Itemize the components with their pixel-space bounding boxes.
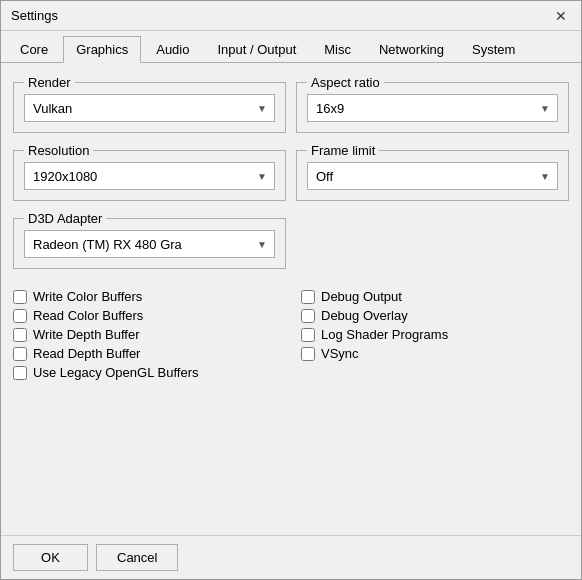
content-area: Render Vulkan OpenGL DirectX 12 Aspect r… xyxy=(1,63,581,535)
tab-core[interactable]: Core xyxy=(7,36,61,63)
aspect-ratio-legend: Aspect ratio xyxy=(307,75,384,90)
d3d-adapter-select-wrap: Radeon (TM) RX 480 Gra xyxy=(24,230,275,258)
tab-graphics[interactable]: Graphics xyxy=(63,36,141,63)
render-aspect-row: Render Vulkan OpenGL DirectX 12 Aspect r… xyxy=(13,75,569,143)
checkbox-vsync-label: VSync xyxy=(321,346,359,361)
render-select[interactable]: Vulkan OpenGL DirectX 12 xyxy=(24,94,275,122)
checkbox-debug-overlay[interactable]: Debug Overlay xyxy=(301,306,569,325)
checkbox-debug-overlay-input[interactable] xyxy=(301,309,315,323)
resolution-legend: Resolution xyxy=(24,143,93,158)
checkbox-debug-overlay-label: Debug Overlay xyxy=(321,308,408,323)
checkboxes-right: Debug Output Debug Overlay Log Shader Pr… xyxy=(301,287,569,382)
tab-system[interactable]: System xyxy=(459,36,528,63)
frame-limit-legend: Frame limit xyxy=(307,143,379,158)
frame-limit-fieldset: Frame limit Off 30 60 120 xyxy=(296,143,569,201)
footer: OK Cancel xyxy=(1,535,581,579)
frame-limit-select-wrap: Off 30 60 120 xyxy=(307,162,558,190)
checkbox-read-depth-buffer[interactable]: Read Depth Buffer xyxy=(13,344,281,363)
checkbox-write-color-buffers-label: Write Color Buffers xyxy=(33,289,142,304)
title-bar: Settings ✕ xyxy=(1,1,581,31)
checkbox-log-shader-programs-label: Log Shader Programs xyxy=(321,327,448,342)
d3d-adapter-legend: D3D Adapter xyxy=(24,211,106,226)
d3d-adapter-fieldset: D3D Adapter Radeon (TM) RX 480 Gra xyxy=(13,211,286,269)
render-select-wrap: Vulkan OpenGL DirectX 12 xyxy=(24,94,275,122)
checkbox-write-color-buffers-input[interactable] xyxy=(13,290,27,304)
frame-limit-select[interactable]: Off 30 60 120 xyxy=(307,162,558,190)
checkbox-read-depth-buffer-input[interactable] xyxy=(13,347,27,361)
checkboxes-left: Write Color Buffers Read Color Buffers W… xyxy=(13,287,281,382)
window-title: Settings xyxy=(11,8,58,23)
resolution-framelimit-row: Resolution 1920x1080 1280x720 3840x2160 … xyxy=(13,143,569,211)
d3d-row: D3D Adapter Radeon (TM) RX 480 Gra xyxy=(13,211,569,279)
d3d-spacer xyxy=(296,211,569,279)
checkbox-read-depth-buffer-label: Read Depth Buffer xyxy=(33,346,140,361)
tab-misc[interactable]: Misc xyxy=(311,36,364,63)
render-legend: Render xyxy=(24,75,75,90)
d3d-adapter-select[interactable]: Radeon (TM) RX 480 Gra xyxy=(24,230,275,258)
tab-networking[interactable]: Networking xyxy=(366,36,457,63)
resolution-select[interactable]: 1920x1080 1280x720 3840x2160 xyxy=(24,162,275,190)
aspect-ratio-fieldset: Aspect ratio 16x9 4x3 Auto xyxy=(296,75,569,133)
aspect-ratio-select[interactable]: 16x9 4x3 Auto xyxy=(307,94,558,122)
checkbox-use-legacy-opengl-buffers[interactable]: Use Legacy OpenGL Buffers xyxy=(13,363,281,382)
checkbox-read-color-buffers-label: Read Color Buffers xyxy=(33,308,143,323)
aspect-ratio-select-wrap: 16x9 4x3 Auto xyxy=(307,94,558,122)
close-button[interactable]: ✕ xyxy=(551,6,571,26)
checkbox-log-shader-programs[interactable]: Log Shader Programs xyxy=(301,325,569,344)
resolution-fieldset: Resolution 1920x1080 1280x720 3840x2160 xyxy=(13,143,286,201)
render-fieldset: Render Vulkan OpenGL DirectX 12 xyxy=(13,75,286,133)
checkbox-use-legacy-opengl-buffers-input[interactable] xyxy=(13,366,27,380)
settings-window: Settings ✕ Core Graphics Audio Input / O… xyxy=(0,0,582,580)
checkbox-write-depth-buffer[interactable]: Write Depth Buffer xyxy=(13,325,281,344)
checkbox-log-shader-programs-input[interactable] xyxy=(301,328,315,342)
checkbox-debug-output-label: Debug Output xyxy=(321,289,402,304)
checkbox-read-color-buffers-input[interactable] xyxy=(13,309,27,323)
checkbox-vsync[interactable]: VSync xyxy=(301,344,569,363)
checkbox-vsync-input[interactable] xyxy=(301,347,315,361)
cancel-button[interactable]: Cancel xyxy=(96,544,178,571)
checkbox-write-color-buffers[interactable]: Write Color Buffers xyxy=(13,287,281,306)
ok-button[interactable]: OK xyxy=(13,544,88,571)
checkboxes-section: Write Color Buffers Read Color Buffers W… xyxy=(13,287,569,382)
checkbox-debug-output-input[interactable] xyxy=(301,290,315,304)
tab-input-output[interactable]: Input / Output xyxy=(204,36,309,63)
checkbox-use-legacy-opengl-buffers-label: Use Legacy OpenGL Buffers xyxy=(33,365,198,380)
checkbox-write-depth-buffer-input[interactable] xyxy=(13,328,27,342)
tab-bar: Core Graphics Audio Input / Output Misc … xyxy=(1,31,581,63)
tab-audio[interactable]: Audio xyxy=(143,36,202,63)
checkbox-debug-output[interactable]: Debug Output xyxy=(301,287,569,306)
checkbox-write-depth-buffer-label: Write Depth Buffer xyxy=(33,327,139,342)
checkbox-read-color-buffers[interactable]: Read Color Buffers xyxy=(13,306,281,325)
resolution-select-wrap: 1920x1080 1280x720 3840x2160 xyxy=(24,162,275,190)
